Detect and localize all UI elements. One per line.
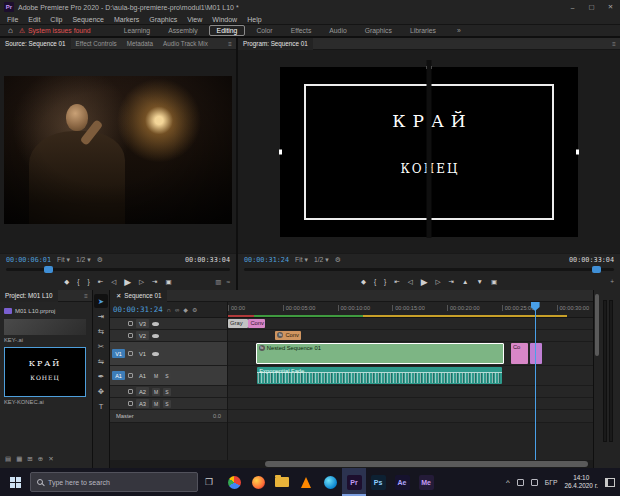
step-back-button[interactable]: ◁ <box>408 278 413 286</box>
language-indicator[interactable]: БГР <box>545 479 558 486</box>
track-name-a2[interactable]: A2 <box>136 387 149 396</box>
timeline-playhead[interactable] <box>535 302 536 460</box>
app-after-effects[interactable]: Ae <box>390 468 414 496</box>
tab-project[interactable]: Project: M01 L10 <box>0 290 58 302</box>
extract-button[interactable]: ▼ <box>477 278 483 285</box>
menu-edit[interactable]: Edit <box>23 16 45 23</box>
clip-conv-v3[interactable]: Conv <box>248 319 265 328</box>
menu-window[interactable]: Window <box>207 16 242 23</box>
minimize-button[interactable]: – <box>563 0 582 14</box>
tab-source[interactable]: Source: Sequence 01 <box>0 38 71 50</box>
menu-sequence[interactable]: Sequence <box>67 16 109 23</box>
menu-markers[interactable]: Markers <box>109 16 144 23</box>
workspace-tab-graphics[interactable]: Graphics <box>358 26 399 35</box>
workspace-tab-audio[interactable]: Audio <box>322 26 353 35</box>
delete-icon[interactable]: ✕ <box>48 455 53 463</box>
taskbar-search-input[interactable]: Type here to search <box>30 472 198 492</box>
menu-file[interactable]: File <box>2 16 23 23</box>
tray-icon[interactable] <box>531 479 538 486</box>
project-selected-thumbnail[interactable]: КРАЙ КОНЕЦ <box>4 347 86 397</box>
track-lock-icon[interactable] <box>128 401 133 406</box>
transform-handle-bottom[interactable] <box>427 60 432 238</box>
maximize-button[interactable]: ▢ <box>582 0 601 14</box>
close-button[interactable]: ✕ <box>601 0 620 14</box>
panel-menu-icon[interactable]: ≡ <box>612 40 620 47</box>
app-vlc[interactable] <box>294 468 318 496</box>
timeline-current-timecode[interactable]: 00:00:31:24 <box>113 305 163 314</box>
menu-view[interactable]: View <box>182 16 207 23</box>
master-track-label[interactable]: Master <box>112 413 134 419</box>
project-item-thumbnail[interactable] <box>4 319 86 335</box>
track-name-v1[interactable]: V1 <box>136 349 149 358</box>
system-issues-warning[interactable]: ⚠ System issues found <box>19 27 91 35</box>
track-output-eye-icon[interactable] <box>152 334 159 338</box>
program-settings-icon[interactable]: ⚙ <box>335 256 341 264</box>
track-name-a1[interactable]: A1 <box>136 371 149 380</box>
action-center-button[interactable] <box>605 478 615 487</box>
track-a2[interactable] <box>228 386 593 398</box>
go-to-in-button[interactable]: ⇤ <box>98 278 103 286</box>
app-media-encoder[interactable]: Me <box>414 468 438 496</box>
source-resolution-dropdown[interactable]: 1/2 ▾ <box>76 256 91 264</box>
solo-button[interactable]: S <box>163 372 171 380</box>
tab-effect-controls[interactable]: Effect Controls <box>71 40 122 47</box>
workspace-tab-learning[interactable]: Learning <box>117 26 157 35</box>
track-name-v3[interactable]: V3 <box>136 319 149 328</box>
clip-title-1[interactable]: Co <box>511 343 528 364</box>
track-v3[interactable]: Gray Conv <box>228 318 593 330</box>
drag-video-icon[interactable]: ▥ <box>215 278 221 286</box>
program-fit-dropdown[interactable]: Fit ▾ <box>295 256 308 264</box>
mark-in-button[interactable]: { <box>77 278 79 285</box>
tab-audio-track-mixer[interactable]: Audio Track Mix <box>158 40 213 47</box>
track-a1[interactable]: Exponential Fade <box>228 366 593 386</box>
play-button[interactable]: ▶ <box>124 277 131 287</box>
workspace-tab-editing[interactable]: Editing <box>209 25 246 36</box>
export-frame-button[interactable]: ▣ <box>491 278 497 286</box>
razor-tool[interactable]: ✂ <box>94 339 108 353</box>
mute-button[interactable]: M <box>152 400 160 408</box>
mark-out-button[interactable]: } <box>384 278 386 285</box>
menu-graphics[interactable]: Graphics <box>144 16 182 23</box>
export-frame-button[interactable]: ▣ <box>166 278 172 286</box>
snap-icon[interactable]: ∩ <box>167 307 171 313</box>
track-v1[interactable]: fx Nested Sequence 01 Co <box>228 342 593 366</box>
start-button[interactable] <box>0 468 30 496</box>
play-button[interactable]: ▶ <box>421 277 428 287</box>
tab-metadata[interactable]: Metadata <box>122 40 158 47</box>
mark-in-button[interactable]: { <box>374 278 376 285</box>
hidden-icons-caret[interactable]: ^ <box>506 478 510 487</box>
track-lock-icon[interactable] <box>128 321 133 326</box>
project-selected-label[interactable]: KEY-KONEC.ai <box>4 399 88 405</box>
new-bin-icon[interactable]: ⊞ <box>27 455 32 463</box>
mute-button[interactable]: M <box>152 372 160 380</box>
source-patch-a1[interactable]: A1 <box>112 371 125 380</box>
clip-gray[interactable]: Gray <box>228 319 248 328</box>
transform-handle-left[interactable] <box>279 150 282 155</box>
button-editor-plus-icon[interactable]: + <box>610 278 614 285</box>
go-to-out-button[interactable]: ⇥ <box>449 278 454 286</box>
source-viewer[interactable] <box>0 50 236 253</box>
lift-button[interactable]: ▲ <box>462 278 468 285</box>
program-current-timecode[interactable]: 00:00:31:24 <box>244 256 289 264</box>
app-photoshop[interactable]: Ps <box>366 468 390 496</box>
track-name-v2[interactable]: V2 <box>136 331 149 340</box>
workspace-tab-libraries[interactable]: Libraries <box>403 26 443 35</box>
app-edge[interactable] <box>318 468 342 496</box>
track-v2[interactable]: fx Conv <box>228 330 593 342</box>
app-chrome[interactable] <box>222 468 246 496</box>
track-select-tool[interactable]: ⇥ <box>94 309 108 323</box>
solo-button[interactable]: S <box>163 400 171 408</box>
timeline-vertical-scrollbar[interactable] <box>595 294 599 356</box>
clip-nested-sequence[interactable]: fx Nested Sequence 01 <box>256 343 504 364</box>
program-scrubber[interactable] <box>244 266 614 273</box>
transform-handle-right[interactable] <box>576 150 579 155</box>
track-lock-icon[interactable] <box>128 351 133 356</box>
selection-tool[interactable]: ➤ <box>94 294 108 308</box>
panel-menu-icon[interactable]: ≡ <box>228 40 236 47</box>
track-output-eye-icon[interactable] <box>152 352 159 356</box>
menu-clip[interactable]: Clip <box>45 16 67 23</box>
step-forward-button[interactable]: ▷ <box>139 278 144 286</box>
menu-help[interactable]: Help <box>242 16 266 23</box>
scrollbar-handle[interactable] <box>265 461 589 467</box>
timeline-clip-area[interactable]: 00:00 00:00:05:00 00:00:10:00 00:00:15:0… <box>228 302 593 460</box>
